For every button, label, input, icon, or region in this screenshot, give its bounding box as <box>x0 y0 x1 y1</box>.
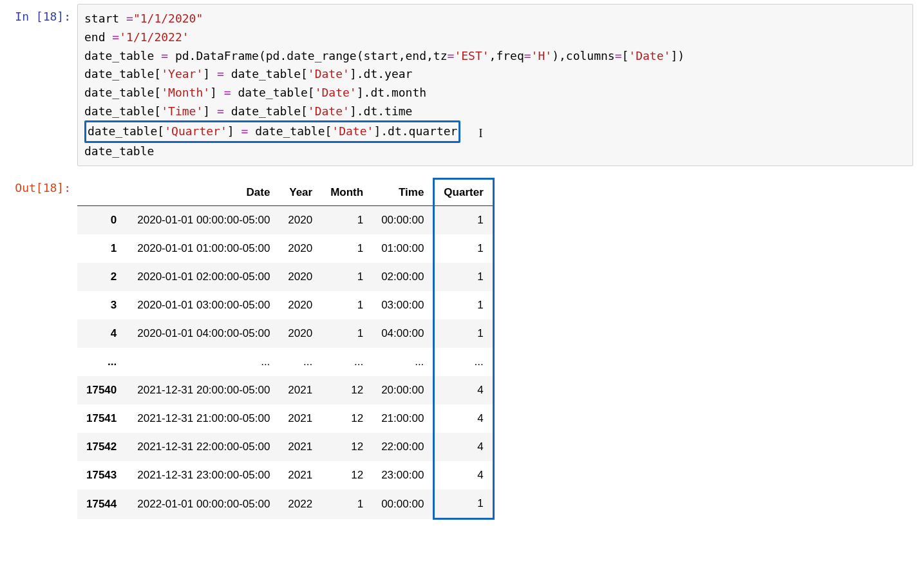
row-index: 1 <box>77 234 128 263</box>
row-index: ... <box>77 348 128 376</box>
cell-date: 2020-01-01 03:00:00-05:00 <box>128 291 279 319</box>
cell-year: 2021 <box>279 433 321 461</box>
cell-month: 1 <box>321 206 372 235</box>
cell-year: 2020 <box>279 263 321 291</box>
input-cell: In [18]: start ="1/1/2020" end ='1/1/202… <box>0 4 917 166</box>
cell-time: 23:00:00 <box>372 461 434 489</box>
row-index: 17540 <box>77 376 128 404</box>
cell-quarter: 1 <box>434 234 493 263</box>
output-cell: Out[18]: DateYearMonthTimeQuarter 02020-… <box>0 175 917 520</box>
cell-quarter: 4 <box>434 376 493 404</box>
cell-date: 2021-12-31 20:00:00-05:00 <box>128 376 279 404</box>
row-index: 17541 <box>77 404 128 433</box>
cell-date: 2021-12-31 21:00:00-05:00 <box>128 404 279 433</box>
table-row: 175432021-12-31 23:00:00-05:0020211223:0… <box>77 461 493 489</box>
cell-time: 01:00:00 <box>372 234 434 263</box>
table-row: 02020-01-01 00:00:00-05:002020100:00:001 <box>77 206 493 235</box>
cell-date: 2020-01-01 01:00:00-05:00 <box>128 234 279 263</box>
row-index: 17544 <box>77 489 128 519</box>
cell-month: 1 <box>321 263 372 291</box>
cell-time: 00:00:00 <box>372 206 434 235</box>
cell-quarter: 1 <box>434 489 493 519</box>
row-index: 3 <box>77 291 128 319</box>
row-index: 4 <box>77 319 128 348</box>
cell-date: ... <box>128 348 279 376</box>
cell-year: 2021 <box>279 404 321 433</box>
cell-year: 2020 <box>279 291 321 319</box>
cell-year: 2020 <box>279 319 321 348</box>
cell-quarter: 4 <box>434 433 493 461</box>
row-index: 17542 <box>77 433 128 461</box>
column-header-date: Date <box>128 179 279 206</box>
cell-month: ... <box>321 348 372 376</box>
table-row: 42020-01-01 04:00:00-05:002020104:00:001 <box>77 319 493 348</box>
cell-time: 22:00:00 <box>372 433 434 461</box>
dataframe-table: DateYearMonthTimeQuarter 02020-01-01 00:… <box>77 178 495 520</box>
column-header-time: Time <box>372 179 434 206</box>
cell-month: 12 <box>321 433 372 461</box>
cell-time: ... <box>372 348 434 376</box>
cell-quarter: 1 <box>434 206 493 235</box>
cell-quarter: 1 <box>434 319 493 348</box>
cell-date: 2022-01-01 00:00:00-05:00 <box>128 489 279 519</box>
row-index: 0 <box>77 206 128 235</box>
dataframe-header-row: DateYearMonthTimeQuarter <box>77 179 493 206</box>
cell-month: 1 <box>321 489 372 519</box>
cell-month: 12 <box>321 404 372 433</box>
cell-time: 20:00:00 <box>372 376 434 404</box>
code-input-area[interactable]: start ="1/1/2020" end ='1/1/2022' date_t… <box>77 4 913 166</box>
column-header-year: Year <box>279 179 321 206</box>
cell-time: 02:00:00 <box>372 263 434 291</box>
table-row: 175422021-12-31 22:00:00-05:0020211222:0… <box>77 433 493 461</box>
row-index: 2 <box>77 263 128 291</box>
row-index: 17543 <box>77 461 128 489</box>
cell-date: 2021-12-31 22:00:00-05:00 <box>128 433 279 461</box>
output-content: DateYearMonthTimeQuarter 02020-01-01 00:… <box>77 175 495 520</box>
cell-quarter: 1 <box>434 291 493 319</box>
cell-date: 2020-01-01 04:00:00-05:00 <box>128 319 279 348</box>
cell-quarter: ... <box>434 348 493 376</box>
cell-year: 2022 <box>279 489 321 519</box>
text-cursor-icon: I <box>478 124 479 138</box>
cell-year: 2021 <box>279 461 321 489</box>
cell-time: 21:00:00 <box>372 404 434 433</box>
output-prompt: Out[18]: <box>0 175 77 195</box>
table-row: 32020-01-01 03:00:00-05:002020103:00:001 <box>77 291 493 319</box>
table-row: 175402021-12-31 20:00:00-05:0020211220:0… <box>77 376 493 404</box>
cell-quarter: 1 <box>434 263 493 291</box>
code-highlight-box: date_table['Quarter'] = date_table['Date… <box>84 120 460 143</box>
cell-month: 1 <box>321 319 372 348</box>
cell-date: 2021-12-31 23:00:00-05:00 <box>128 461 279 489</box>
cell-time: 00:00:00 <box>372 489 434 519</box>
cell-quarter: 4 <box>434 461 493 489</box>
cell-year: 2021 <box>279 376 321 404</box>
code-block[interactable]: start ="1/1/2020" end ='1/1/2022' date_t… <box>84 10 906 160</box>
table-row: 22020-01-01 02:00:00-05:002020102:00:001 <box>77 263 493 291</box>
cell-month: 12 <box>321 461 372 489</box>
cell-date: 2020-01-01 02:00:00-05:00 <box>128 263 279 291</box>
cell-time: 03:00:00 <box>372 291 434 319</box>
dataframe-body: 02020-01-01 00:00:00-05:002020100:00:001… <box>77 206 493 519</box>
input-prompt: In [18]: <box>0 4 77 24</box>
cell-month: 1 <box>321 234 372 263</box>
column-header-month: Month <box>321 179 372 206</box>
table-row: 175442022-01-01 00:00:00-05:002022100:00… <box>77 489 493 519</box>
cell-time: 04:00:00 <box>372 319 434 348</box>
cell-date: 2020-01-01 00:00:00-05:00 <box>128 206 279 235</box>
column-header-quarter: Quarter <box>434 179 493 206</box>
cell-year: 2020 <box>279 206 321 235</box>
index-header <box>77 179 128 206</box>
cell-month: 1 <box>321 291 372 319</box>
cell-month: 12 <box>321 376 372 404</box>
cell-year: 2020 <box>279 234 321 263</box>
cell-quarter: 4 <box>434 404 493 433</box>
table-row: 175412021-12-31 21:00:00-05:0020211221:0… <box>77 404 493 433</box>
cell-year: ... <box>279 348 321 376</box>
table-row: .................. <box>77 348 493 376</box>
table-row: 12020-01-01 01:00:00-05:002020101:00:001 <box>77 234 493 263</box>
